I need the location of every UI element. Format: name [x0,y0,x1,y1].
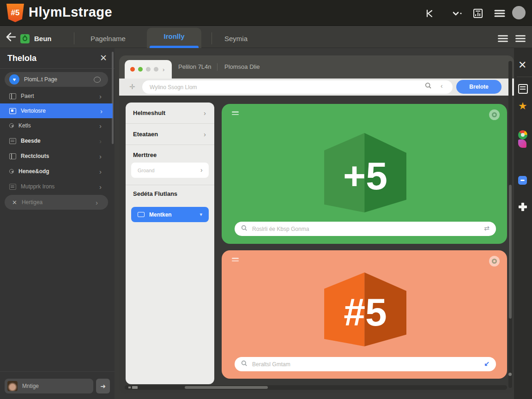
tab-seymia[interactable]: Seymia [224,35,248,42]
field-label: Merttree [133,151,157,158]
chevron-down-dot-icon[interactable] [452,8,463,19]
nav-divider [212,32,212,44]
sidebar-item-label: Mutpprk Irons [21,183,54,190]
collapse-arrow-icon[interactable] [424,8,435,19]
sidebar-item-heneeodg[interactable]: Henee&odg › [0,164,112,179]
rail-close-icon[interactable]: ✕ [518,59,526,71]
nav-menu-icon-2[interactable] [515,35,526,42]
user-avatar[interactable] [512,6,526,19]
sidebar-item-label: Rectclouts [21,153,49,159]
app-chip-label[interactable]: Beun [34,35,52,42]
traffic-dot-red[interactable] [130,67,135,72]
traffic-dot-green[interactable] [138,67,143,72]
arrow-down-left-icon[interactable]: ↙ [484,360,490,367]
divider [0,371,115,372]
nav-bar [0,26,532,48]
divider [126,185,214,185]
cursor-icon[interactable]: ✛ [129,83,135,91]
sidebar-item-label: Vertolosre [21,108,46,114]
inspector-row-eteataen[interactable]: Eteataen › [126,124,214,145]
groand-input[interactable] [131,163,209,178]
traffic-dot-gray[interactable] [146,67,151,72]
chevron-right-icon: › [99,122,102,130]
tab-pagelname[interactable]: Pagelname [91,35,126,42]
scroll-marker [132,386,138,389]
green-card-search-input[interactable] [252,222,469,236]
blue-square-icon[interactable] [518,176,527,185]
green-cube-logo: +5 [324,133,406,212]
x-icon: ✕ [12,199,17,206]
drag-handle-icon[interactable] [232,111,239,116]
sidebar-expand-button[interactable]: ➜ [96,379,110,393]
chevron-right-icon: › [99,137,102,145]
back-arrow-icon[interactable] [6,31,17,42]
window-tab-plomsoa[interactable]: Plomsoa Dlie [224,63,260,70]
cube-logo-text: #5 [344,290,387,335]
chrome-wheel-icon[interactable] [518,130,527,139]
orange-card-search-input[interactable] [252,357,469,371]
power-glyph [23,36,27,41]
sidebar-item-beesde[interactable]: Beesde › [0,133,112,148]
dashboard-icon[interactable] [472,8,484,19]
nav-menu-icon[interactable] [498,35,508,42]
mentken-dropdown-button[interactable]: Mentken ▾ [131,207,209,222]
chevron-down-icon: ▾ [200,212,202,218]
horizontal-scrollbar-thumb[interactable] [185,386,268,389]
star-icon[interactable]: ★ [518,102,528,111]
pink-shape-icon[interactable] [518,139,526,148]
sidebar-scrollbar[interactable] [112,52,114,144]
traffic-dot-gray-2[interactable] [154,67,158,72]
chevron-right-icon: › [99,168,102,175]
sidebar-close-icon[interactable]: ✕ [100,53,107,63]
sidebar-item-mutpprk[interactable]: Mutpprk Irons › [0,179,112,194]
horizontal-scrollbar[interactable] [125,385,507,390]
chevron-right-icon: › [100,107,103,115]
app-chip-icon[interactable] [20,34,30,43]
image-icon [9,169,14,174]
vertical-scrollbar-thumb[interactable] [509,185,512,319]
share-icon[interactable]: ‹ [441,82,443,90]
window-active-tab[interactable]: › [125,60,172,79]
inspector-panel: Helmeshult › Eteataen › Merttree › Sedét… [126,103,214,384]
menu-icon[interactable] [494,8,505,19]
sidebar-user-button[interactable]: Mntige [5,379,93,393]
section-label: Sedéta Flutlans [133,190,177,197]
sidebar-item-hertigea[interactable]: ✕ Hertigea › [5,195,108,210]
address-input[interactable] [142,80,453,94]
cube-logo-text: +5 [343,153,387,198]
vertical-scrollbar[interactable] [508,61,512,388]
divider [517,77,532,77]
tab-ironlly-label: Ironlly [147,28,201,45]
sidebar-item-ketls[interactable]: Ketls › [0,118,112,133]
sidebar-item-ploml-page[interactable]: ♥ PlomL.t Page [5,72,108,87]
inspector-row-helmeshult[interactable]: Helmeshult › [126,103,214,124]
tab-ironlly-active[interactable]: Ironlly [147,28,201,48]
left-sidebar: Thelola ✕ ♥ PlomL.t Page Paert › Vertolo… [0,48,115,399]
window-tab-pelilon[interactable]: Pelilon 7L4n [178,63,212,70]
sidebar-item-label: Hertigea [22,199,42,206]
swap-arrows-icon[interactable]: ⇄ [484,224,490,232]
app-logo-text: #5 [11,8,20,18]
chevron-right-icon: › [204,130,206,138]
chevron-right-icon[interactable]: › [200,166,203,174]
drag-handle-icon[interactable] [232,258,239,263]
panel-icon [9,93,16,99]
divider [0,68,115,69]
chevron-right-icon: › [99,92,102,100]
mentken-label: Mentken [149,212,172,218]
search-icon[interactable] [425,82,432,89]
card-options-button[interactable] [489,256,500,266]
main-window: › Pelilon 7L4n Plomsoa Dlie ✛ ‹ Brelote … [119,55,514,393]
inspector-row-label: Eteataen [133,131,158,138]
scroll-dot [508,373,512,376]
sidebar-item-paert[interactable]: Paert › [0,89,112,103]
chevron-right-icon: › [96,199,98,206]
card-options-button[interactable] [489,109,500,120]
form-icon[interactable] [518,84,528,94]
sidebar-item-vertolosre-active[interactable]: Vertolosre › [0,103,113,118]
browse-button[interactable]: Brelote [456,80,502,94]
card-orange: #5 ↙ [222,250,507,379]
card-green: +5 ⇄ [222,104,507,244]
sidebar-item-rectclouts[interactable]: Rectclouts › [0,149,112,163]
plus-icon[interactable] [518,202,528,212]
